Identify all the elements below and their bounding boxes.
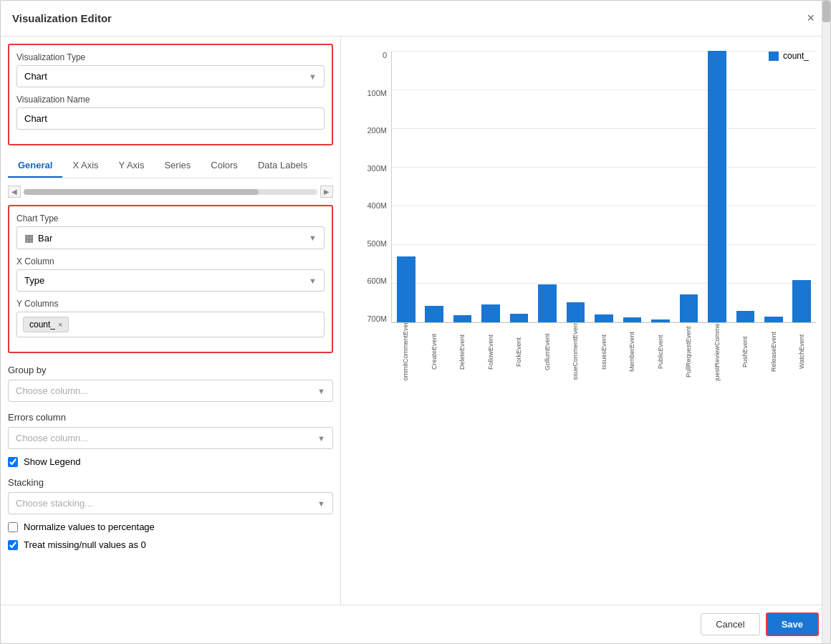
show-legend-label: Show Legend — [24, 456, 81, 467]
y-column-tag-close[interactable]: × — [58, 320, 62, 329]
bar — [453, 315, 472, 322]
treat-missing-checkbox[interactable] — [8, 540, 18, 550]
tab-y-axis[interactable]: Y Axis — [109, 154, 155, 178]
y-columns-container[interactable]: count_ × — [16, 312, 325, 337]
x-axis-label: ForkEvent — [504, 323, 533, 380]
chart-config-section: Chart Type ▦ Bar ▼ X Column Type ▼ — [8, 205, 333, 353]
y-axis: 700M600M500M400M300M200M100M0 — [355, 51, 391, 323]
scroll-left-icon[interactable]: ◀ — [8, 186, 21, 198]
bar-wrapper — [675, 51, 703, 322]
tabs-row: General X Axis Y Axis Series Colors Data… — [8, 154, 333, 178]
bar — [680, 294, 698, 322]
bar — [510, 314, 529, 322]
y-axis-label: 200M — [355, 126, 387, 135]
x-column-select[interactable]: Type ▼ — [16, 269, 325, 292]
tab-series[interactable]: Series — [154, 154, 201, 178]
bar — [792, 280, 811, 322]
bar-wrapper — [731, 51, 759, 322]
errors-column-arrow-icon: ▼ — [317, 434, 325, 443]
y-axis-label: 700M — [355, 314, 387, 323]
errors-column-placeholder: Choose column... — [16, 433, 88, 443]
bar-wrapper — [590, 51, 618, 322]
x-column-arrow-icon: ▼ — [309, 277, 317, 285]
chart-area: count_ 700M600M500M400M300M200M100M0 Com… — [355, 44, 816, 597]
x-column-label: X Column — [16, 256, 325, 266]
x-column-value: Type — [24, 275, 44, 286]
viz-name-label: Visualization Name — [16, 95, 325, 105]
x-axis-label: GollumEvent — [533, 323, 562, 380]
bar-chart-icon: ▦ — [24, 232, 34, 244]
chart-type-field: Chart Type ▦ Bar ▼ — [16, 213, 325, 249]
y-columns-field: Y Columns count_ × — [16, 299, 325, 337]
chart-type-arrow-icon: ▼ — [309, 234, 317, 242]
x-axis-label: PublicEvent — [646, 323, 675, 380]
treat-missing-label: Treat missing/null values as 0 — [24, 539, 146, 550]
x-axis-label: IssuesEvent — [590, 323, 618, 380]
modal-header: Visualization Editor × — [1, 1, 830, 37]
show-legend-checkbox[interactable] — [8, 457, 18, 467]
y-axis-label: 400M — [355, 201, 387, 210]
bar — [567, 302, 585, 322]
x-axis-label: PullRequestEvent — [674, 323, 703, 380]
bar-wrapper — [533, 51, 561, 322]
bar — [651, 319, 670, 322]
y-columns-label: Y Columns — [16, 299, 325, 309]
scroll-track[interactable] — [24, 189, 317, 195]
close-button[interactable]: × — [802, 9, 819, 27]
viz-type-field: Visualization Type Chart ▼ — [16, 52, 325, 87]
chart-type-value: Bar — [38, 233, 52, 244]
x-axis-label: PushEvent — [731, 323, 759, 380]
cancel-button[interactable]: Cancel — [701, 613, 759, 635]
bar — [538, 284, 557, 322]
viz-name-input[interactable] — [16, 107, 325, 130]
bar — [397, 256, 416, 322]
bars-area — [391, 51, 816, 323]
bar — [481, 304, 500, 322]
y-axis-label: 100M — [355, 89, 387, 97]
bar-wrapper — [505, 51, 533, 322]
left-panel: Visualization Type Chart ▼ Visualization… — [1, 37, 341, 605]
stacking-placeholder: Choose stacking... — [16, 498, 92, 509]
modal-title: Visualization Editor — [12, 12, 112, 24]
tab-data-labels[interactable]: Data Labels — [248, 154, 317, 178]
viz-type-name-section: Visualization Type Chart ▼ Visualization… — [8, 44, 333, 145]
bar — [595, 314, 613, 322]
stacking-select[interactable]: Choose stacking... ▼ — [8, 492, 333, 514]
viz-type-label: Visualization Type — [16, 52, 325, 62]
show-legend-row: Show Legend — [8, 456, 333, 467]
errors-column-select[interactable]: Choose column... ▼ — [8, 427, 333, 449]
bar — [425, 306, 443, 322]
chart-inner — [391, 51, 816, 323]
y-column-tag-label: count_ — [29, 319, 55, 330]
x-axis-label: CreateEvent — [420, 323, 448, 380]
normalize-label: Normalize values to percentage — [24, 522, 155, 532]
errors-column-label: Errors column — [8, 412, 333, 423]
chart-type-select[interactable]: ▦ Bar ▼ — [16, 226, 325, 249]
tab-x-axis[interactable]: X Axis — [62, 154, 108, 178]
x-axis-label: WatchEvent — [787, 323, 816, 380]
tab-colors[interactable]: Colors — [201, 154, 248, 178]
x-labels-row: CommitCommentEventCreateEventDeleteEvent… — [355, 323, 816, 380]
vertical-scrollbar[interactable] — [822, 37, 830, 605]
x-axis-label: CommitCommentEvent — [391, 323, 420, 380]
x-axis-label: DeleteEvent — [448, 323, 476, 380]
scroll-right-icon[interactable]: ▶ — [320, 186, 333, 198]
bar-wrapper — [788, 51, 816, 322]
x-axis-label: PullRequestReviewCommentEvent — [703, 323, 731, 380]
bar-wrapper — [759, 51, 787, 322]
viz-type-select[interactable]: Chart ▼ — [16, 65, 325, 87]
modal-body: Visualization Type Chart ▼ Visualization… — [1, 37, 830, 605]
bar — [764, 317, 783, 322]
group-by-placeholder: Choose column... — [16, 385, 88, 396]
bar-wrapper — [420, 51, 448, 322]
save-button[interactable]: Save — [766, 612, 819, 636]
x-axis-label: ReleaseEvent — [759, 323, 788, 380]
visualization-editor-modal: Visualization Editor × Visualization Typ… — [0, 0, 831, 644]
normalize-checkbox[interactable] — [8, 522, 18, 532]
x-labels: CommitCommentEventCreateEventDeleteEvent… — [391, 323, 816, 380]
x-column-field: X Column Type ▼ — [16, 256, 325, 292]
bar-chart: 700M600M500M400M300M200M100M0 — [355, 51, 816, 323]
bar-wrapper — [448, 51, 476, 322]
group-by-select[interactable]: Choose column... ▼ — [8, 380, 333, 402]
tab-general[interactable]: General — [8, 154, 62, 178]
